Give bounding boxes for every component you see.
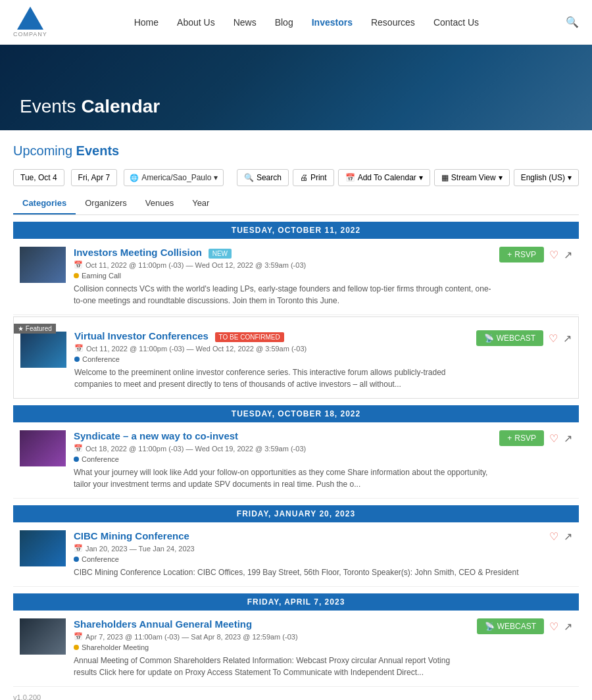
nav-about[interactable]: About Us — [177, 17, 215, 28]
main-nav: Home About Us News Blog Investors Resour… — [134, 17, 479, 28]
event-card: Investors Meeting Collision NEW 📅 Oct 11… — [13, 239, 579, 315]
featured-badge: ★ Featured — [14, 324, 56, 334]
favorite-button[interactable]: ♡ — [549, 530, 558, 543]
event-description: What your journey will look like Add you… — [74, 466, 491, 490]
logo[interactable]: COMPANY — [13, 7, 47, 38]
filter-actions: 🔍 Search 🖨 Print 📅 Add To Calendar ▾ ▦ S… — [237, 169, 579, 186]
event-date-header-oct11: TUESDAY, OCTOBER 11, 2022 — [13, 222, 579, 239]
event-actions: ♡ ↗ — [549, 530, 572, 543]
event-date-header-apr7: FRIDAY, APRIL 7, 2023 — [13, 593, 579, 611]
timezone-select[interactable]: 🌐 America/Sao_Paulo ▾ — [124, 169, 224, 186]
chevron-down-icon: ▾ — [419, 173, 423, 182]
wifi-icon: 📡 — [484, 334, 494, 343]
share-button[interactable]: ↗ — [564, 530, 572, 543]
language-button[interactable]: English (US) ▾ — [514, 169, 579, 186]
category-dot — [74, 557, 79, 562]
event-content: Investors Meeting Collision NEW 📅 Oct 11… — [74, 247, 491, 307]
share-button[interactable]: ↗ — [563, 332, 572, 345]
chevron-down-icon: ▾ — [568, 173, 572, 182]
event-actions: 📡 WEBCAST ♡ ↗ — [476, 330, 572, 346]
event-actions: 📡 WEBCAST ♡ ↗ — [477, 618, 572, 634]
event-date-header-oct18: TUESDAY, OCTOBER 18, 2022 — [13, 405, 579, 422]
search-icon-button[interactable]: 🔍 — [566, 16, 579, 28]
print-button[interactable]: 🖨 Print — [293, 169, 334, 186]
event-description: Welcome to the preeminent online investo… — [74, 366, 468, 390]
share-button[interactable]: ↗ — [564, 249, 572, 261]
tab-venues[interactable]: Venues — [136, 193, 183, 214]
hero-title: Events Calendar — [20, 96, 160, 117]
event-card-featured: ★ Featured Virtual Investor Conferences … — [13, 316, 579, 399]
filter-bar: Tue, Oct 4 Fri, Apr 7 🌐 America/Sao_Paul… — [13, 169, 579, 186]
chevron-down-icon: ▾ — [499, 173, 503, 182]
webcast-button[interactable]: 📡 WEBCAST — [476, 330, 543, 346]
event-datetime: 📅 Oct 11, 2022 @ 11:00pm (-03) — Wed Oct… — [74, 344, 468, 353]
event-category: Shareholder Meeting — [74, 643, 469, 651]
rsvp-button[interactable]: + RSVP — [499, 247, 544, 262]
nav-resources[interactable]: Resources — [371, 17, 415, 28]
event-description: Annual Meeting of Common Shareholders Re… — [74, 655, 469, 678]
date-to-btn[interactable]: Fri, Apr 7 — [71, 169, 118, 186]
main-content: Upcoming Events Tue, Oct 4 Fri, Apr 7 🌐 … — [0, 130, 592, 700]
calendar-icon: 📅 — [74, 261, 83, 269]
event-content: CIBC Mining Conference 📅 Jan 20, 2023 — … — [74, 530, 541, 578]
event-datetime: 📅 Jan 20, 2023 — Tue Jan 24, 2023 — [74, 544, 541, 553]
nav-blog[interactable]: Blog — [275, 17, 293, 28]
calendar-icon: 📅 — [74, 444, 83, 453]
nav-contact[interactable]: Contact Us — [433, 17, 479, 28]
print-icon: 🖨 — [300, 173, 308, 182]
wifi-icon: 📡 — [485, 622, 495, 631]
add-to-calendar-button[interactable]: 📅 Add To Calendar ▾ — [338, 169, 430, 186]
event-category: Earning Call — [74, 272, 491, 280]
event-description: CIBC Mining Conference Location: CIBC Of… — [74, 566, 541, 578]
favorite-button[interactable]: ♡ — [549, 432, 558, 445]
favorite-button[interactable]: ♡ — [549, 332, 558, 345]
event-content: Virtual Investor Conferences TO BE CONFI… — [74, 330, 468, 390]
tab-organizers[interactable]: Organizers — [76, 193, 136, 214]
event-card: CIBC Mining Conference 📅 Jan 20, 2023 — … — [13, 522, 579, 587]
calendar-icon: 📅 — [74, 544, 83, 553]
event-datetime: 📅 Apr 7, 2023 @ 11:00am (-03) — Sat Apr … — [74, 632, 469, 641]
event-category: Conference — [74, 355, 468, 363]
version-label: v1.0.200 — [13, 693, 579, 700]
category-dot — [74, 273, 79, 278]
event-card: Shareholders Annual General Meeting 📅 Ap… — [13, 611, 579, 687]
search-button[interactable]: 🔍 Search — [237, 169, 289, 186]
event-title-link[interactable]: Shareholders Annual General Meeting — [74, 618, 252, 630]
event-category: Conference — [74, 455, 491, 463]
category-dot — [74, 457, 79, 462]
tab-year[interactable]: Year — [183, 193, 218, 214]
event-title-link[interactable]: Syndicate – a new way to co-invest — [74, 430, 238, 441]
calendar-icon: 📅 — [74, 344, 84, 353]
favorite-button[interactable]: ♡ — [549, 249, 558, 261]
event-title-link[interactable]: Investors Meeting Collision — [74, 247, 202, 258]
event-datetime: 📅 Oct 11, 2022 @ 11:00pm (-03) — Wed Oct… — [74, 261, 491, 269]
hero-overlay — [0, 45, 592, 130]
logo-text: COMPANY — [13, 31, 47, 38]
tab-categories[interactable]: Categories — [13, 193, 76, 214]
webcast-button[interactable]: 📡 WEBCAST — [477, 618, 544, 634]
event-thumbnail — [20, 247, 66, 283]
share-button[interactable]: ↗ — [564, 620, 572, 633]
search-icon: 🔍 — [244, 173, 254, 182]
nav-home[interactable]: Home — [134, 17, 159, 28]
stream-icon: ▦ — [441, 173, 449, 182]
event-description: Collision connects VCs with the world's … — [74, 283, 491, 307]
event-date-header-jan20: FRIDAY, JANUARY 20, 2023 — [13, 505, 579, 522]
nav-investors[interactable]: Investors — [312, 17, 353, 28]
header: COMPANY Home About Us News Blog Investor… — [0, 0, 592, 45]
event-title-link[interactable]: Virtual Investor Conferences — [74, 330, 209, 341]
badge-new: NEW — [209, 249, 232, 259]
category-dot — [74, 645, 79, 650]
event-thumbnail — [20, 332, 66, 368]
rsvp-button[interactable]: + RSVP — [499, 430, 544, 446]
stream-view-button[interactable]: ▦ Stream View ▾ — [434, 169, 510, 186]
event-thumbnail — [20, 618, 66, 655]
nav-news[interactable]: News — [234, 17, 257, 28]
date-from-btn[interactable]: Tue, Oct 4 — [13, 169, 64, 186]
share-button[interactable]: ↗ — [564, 432, 572, 445]
upcoming-title: Upcoming Events — [13, 143, 579, 159]
event-title-link[interactable]: CIBC Mining Conference — [74, 530, 189, 541]
event-content: Shareholders Annual General Meeting 📅 Ap… — [74, 618, 469, 678]
favorite-button[interactable]: ♡ — [549, 620, 558, 633]
event-thumbnail — [20, 430, 66, 466]
